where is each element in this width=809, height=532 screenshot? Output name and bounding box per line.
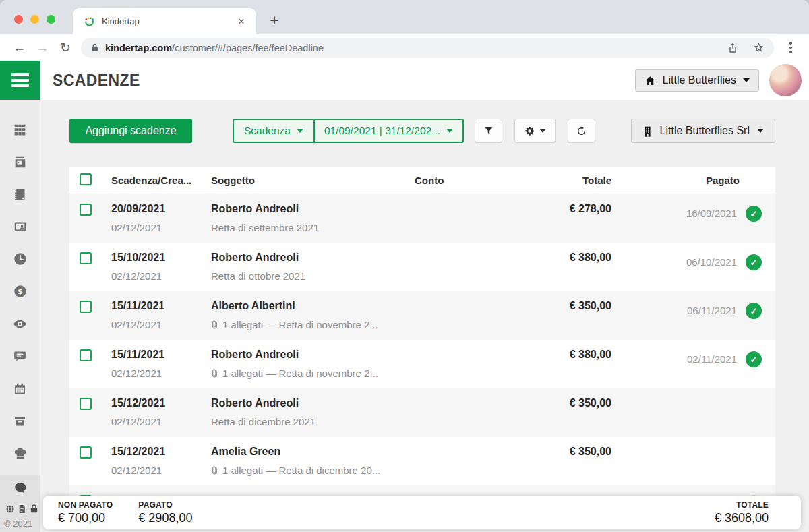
- table-header-row: Scadenza/Crea... Soggetto Conto Totale P…: [69, 167, 775, 194]
- sidebar-item-eye[interactable]: [0, 307, 40, 340]
- row-description: 1 allegati — Retta di dicembre 20...: [211, 463, 400, 478]
- hamburger-menu-button[interactable]: [0, 61, 40, 100]
- support-chat-icon[interactable]: [13, 481, 28, 498]
- tab-title: Kindertap: [102, 16, 235, 26]
- eye-icon: [12, 316, 28, 332]
- created-date: 02/12/2021: [111, 463, 211, 478]
- account-cell: [400, 437, 502, 485]
- row-checkbox[interactable]: [80, 204, 92, 216]
- total-amount: € 278,00: [502, 202, 611, 216]
- sidebar-nav: $: [0, 100, 40, 469]
- subject-name: Roberto Andreoli: [211, 250, 400, 265]
- row-checkbox[interactable]: [80, 301, 92, 313]
- table-row[interactable]: 15/12/202102/12/2021Amelia Green1 allega…: [69, 437, 775, 485]
- document-icon[interactable]: [18, 504, 26, 514]
- url-path: /customer/#/pages/fee/feeDeadline: [172, 42, 324, 53]
- zoom-window-button[interactable]: [47, 15, 55, 24]
- row-checkbox[interactable]: [80, 349, 92, 361]
- unpaid-value: € 700,00: [58, 511, 113, 525]
- reload-icon[interactable]: ↻: [54, 38, 77, 58]
- sort-dropdown[interactable]: Scadenza: [234, 120, 313, 142]
- browser-menu-icon[interactable]: [781, 42, 801, 53]
- sidebar-item-apps[interactable]: [0, 113, 40, 146]
- sidebar-item-kitchen[interactable]: [0, 437, 40, 469]
- account-cell: [400, 194, 502, 243]
- total-value: € 3608,00: [715, 511, 769, 525]
- paperclip-icon: [211, 466, 218, 475]
- created-date: 02/12/2021: [111, 415, 211, 430]
- filter-button[interactable]: [475, 119, 502, 143]
- row-description: Retta di dicembre 2021: [211, 415, 400, 430]
- column-header-subject: Soggetto: [211, 175, 400, 186]
- company-selector-button[interactable]: Little Butterflies Srl: [631, 119, 775, 143]
- globe-icon[interactable]: [5, 504, 15, 514]
- sidebar-item-clock[interactable]: [0, 243, 40, 275]
- table-body: 20/09/202102/12/2021Roberto AndreoliRett…: [69, 194, 775, 512]
- deadlines-table: Scadenza/Crea... Soggetto Conto Totale P…: [69, 167, 775, 512]
- location-selector-button[interactable]: Little Butterflies: [635, 69, 759, 92]
- add-deadlines-button[interactable]: Aggiungi scadenze: [69, 119, 192, 143]
- minimize-window-button[interactable]: [30, 15, 39, 24]
- paid-date: 06/10/2021: [686, 254, 737, 270]
- row-description: 1 allegati — Retta di novembre 2...: [211, 318, 400, 332]
- paid-date: 16/09/2021: [686, 206, 737, 222]
- sidebar-item-archive-drawer[interactable]: [0, 146, 40, 178]
- chat-bubble-icon: [13, 349, 27, 363]
- page-title: SCADENZE: [53, 71, 140, 90]
- table-row[interactable]: 15/11/202102/12/2021Alberto Albertini1 a…: [69, 291, 775, 340]
- forward-icon[interactable]: →: [31, 38, 54, 58]
- column-header-total: Totale: [502, 175, 617, 186]
- url-bar[interactable]: kindertap.com/customer/#/pages/fee/feeDe…: [81, 38, 774, 58]
- table-row[interactable]: 20/09/202102/12/2021Roberto AndreoliRett…: [69, 194, 775, 243]
- subject-name: Roberto Andreoli: [211, 202, 400, 216]
- svg-text:$: $: [18, 287, 23, 296]
- paid-check-icon: ✓: [746, 351, 762, 367]
- tab-close-icon[interactable]: ×: [235, 15, 248, 28]
- row-checkbox[interactable]: [80, 446, 92, 459]
- row-description: Retta di settembre 2021: [211, 220, 400, 235]
- created-date: 02/12/2021: [111, 318, 211, 332]
- browser-window: Kindertap × + ← → ↻ kindertap.com/custom…: [0, 0, 809, 532]
- sidebar-item-calendar[interactable]: [0, 372, 40, 405]
- new-tab-button[interactable]: +: [264, 10, 284, 30]
- close-window-button[interactable]: [14, 15, 23, 24]
- user-avatar[interactable]: [769, 64, 802, 96]
- subject-name: Roberto Andreoli: [211, 396, 400, 411]
- bookmark-star-icon[interactable]: [753, 42, 765, 53]
- account-cell: [400, 291, 502, 340]
- refresh-button[interactable]: [568, 119, 595, 143]
- row-checkbox[interactable]: [80, 398, 92, 410]
- table-row[interactable]: 15/12/202102/12/2021Roberto AndreoliRett…: [69, 388, 775, 437]
- app-header: SCADENZE Little Butterflies: [0, 61, 809, 100]
- sidebar-item-photo-card[interactable]: [0, 210, 40, 243]
- calendar-icon: [13, 382, 27, 396]
- lock-privacy-icon[interactable]: [29, 504, 39, 514]
- total-amount: € 380,00: [502, 250, 611, 265]
- row-description: 1 allegati — Retta di novembre 2...: [211, 366, 400, 381]
- row-checkbox[interactable]: [80, 252, 92, 264]
- select-all-checkbox[interactable]: [80, 173, 92, 185]
- url-domain: kindertap.com: [105, 42, 172, 53]
- sidebar-item-archive-box[interactable]: [0, 405, 40, 437]
- row-description: Retta di ottobre 2021: [211, 269, 400, 284]
- archive-drawer-icon: [13, 154, 28, 169]
- company-label: Little Butterflies Srl: [660, 125, 750, 137]
- settings-button[interactable]: [514, 119, 556, 143]
- home-icon: [645, 75, 656, 86]
- sidebar-item-messages[interactable]: [0, 340, 40, 372]
- share-icon[interactable]: [727, 42, 738, 54]
- location-label: Little Butterflies: [663, 74, 736, 86]
- table-row[interactable]: 15/10/202102/12/2021Roberto AndreoliRett…: [69, 243, 775, 291]
- chevron-down-icon: [297, 129, 303, 133]
- browser-tab[interactable]: Kindertap ×: [73, 8, 256, 34]
- paperclip-icon: [211, 369, 218, 378]
- refresh-icon: [576, 125, 587, 137]
- date-range-dropdown[interactable]: 01/09/2021 | 31/12/202...: [315, 120, 462, 142]
- paid-date: 06/11/2021: [687, 303, 737, 319]
- back-icon[interactable]: ←: [8, 38, 31, 58]
- sidebar-item-payments[interactable]: $: [0, 275, 40, 307]
- total-amount: € 350,00: [502, 396, 611, 411]
- table-row[interactable]: 15/11/202102/12/2021Roberto Andreoli1 al…: [69, 340, 775, 388]
- sidebar-item-address-book[interactable]: [0, 178, 40, 210]
- sort-dropdown-label: Scadenza: [244, 125, 291, 137]
